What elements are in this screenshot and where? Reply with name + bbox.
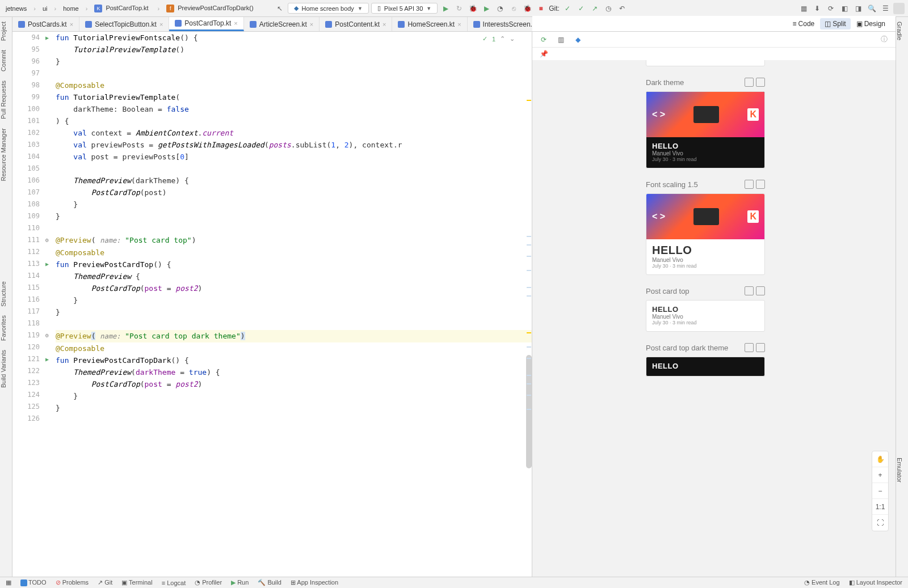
layout-inspector-icon[interactable]: ◧ <box>839 3 850 14</box>
tab-postcontent[interactable]: PostContent.kt× <box>320 17 392 31</box>
git-commit-icon[interactable]: ✓ <box>575 3 587 14</box>
sb-git[interactable]: ↗ Git <box>98 579 112 586</box>
error-stripe[interactable] <box>527 32 531 577</box>
zoom-out-icon[interactable]: − <box>872 483 888 499</box>
tab-articlescreen[interactable]: ArticleScreen.kt× <box>244 17 320 31</box>
crumb[interactable]: KPostCardTop.kt <box>92 3 153 14</box>
rail-build-variants[interactable]: Build Variants <box>0 345 7 392</box>
zoom-reset[interactable]: 1:1 <box>872 499 888 515</box>
zoom-fit-icon[interactable]: ⛶ <box>872 515 888 531</box>
deploy-preview-icon[interactable] <box>745 78 754 87</box>
sdk-manager-icon[interactable]: ⬇ <box>812 3 823 14</box>
interactive-preview-icon[interactable] <box>756 180 765 189</box>
interactive-preview-icon[interactable] <box>756 286 765 295</box>
crumb[interactable]: fPreviewPostCardTopDark() <box>164 3 258 14</box>
attach-icon[interactable]: 🐞 <box>522 3 533 14</box>
run-icon[interactable]: ▶ <box>440 3 451 14</box>
rail-emulator[interactable]: Emulator <box>896 453 903 487</box>
back-icon[interactable]: ↖ <box>274 3 285 14</box>
preview-label: Dark theme <box>646 78 765 87</box>
deploy-preview-icon[interactable] <box>745 180 754 189</box>
crumb[interactable]: home <box>61 4 81 13</box>
attach-debugger-icon[interactable]: ⎋ <box>508 3 519 14</box>
deploy-preview-icon[interactable] <box>745 343 754 352</box>
close-icon[interactable]: × <box>310 21 313 28</box>
rail-pull-requests[interactable]: Pull Requests <box>0 76 7 124</box>
view-design-button[interactable]: ▣Design <box>852 18 890 29</box>
preview-card[interactable]: < >KHELLOManuel VivoJuly 30 · 3 min read <box>646 193 765 275</box>
rollback-icon[interactable]: ↶ <box>616 3 628 14</box>
avatar-icon[interactable] <box>893 3 905 14</box>
preview-card[interactable]: HELLO <box>646 357 765 377</box>
preview-canvas[interactable]: Manuel Vivo July 30 · 3 min read Dark th… <box>532 60 896 577</box>
sb-terminal[interactable]: ▣ Terminal <box>121 579 152 586</box>
sb-logcat[interactable]: ≡ Logcat <box>162 579 186 586</box>
sb-run[interactable]: ▶ Run <box>231 579 249 586</box>
sb-problems[interactable]: ⊘ Problems <box>56 579 89 586</box>
rail-commit[interactable]: Commit <box>0 45 7 76</box>
rail-project[interactable]: Project <box>0 17 7 45</box>
sb-todo[interactable]: TODO <box>20 579 47 586</box>
rail-favorites[interactable]: Favorites <box>0 311 7 345</box>
preview-card[interactable]: < >KHELLOManuel VivoJuly 30 · 3 min read <box>646 91 765 168</box>
device-selector[interactable]: ▯ Pixel 5 API 30▼ <box>371 3 438 14</box>
close-icon[interactable]: × <box>382 21 386 28</box>
chevron-up-icon[interactable]: ⌃ <box>500 35 505 43</box>
sb-windows-icon[interactable]: ▦ <box>6 579 11 586</box>
code-editor[interactable]: ✓1 ⌃ ⌄ 94▶959697989910010110210310410510… <box>12 32 532 577</box>
sb-profiler[interactable]: ◔ Profiler <box>195 579 222 586</box>
interactive-preview-icon[interactable] <box>756 78 765 87</box>
run-config-selector[interactable]: ◆ Home screen body▼ <box>288 3 369 14</box>
git-update-icon[interactable]: ✓ <box>562 3 573 14</box>
breadcrumb[interactable]: jetnews› ui› home› KPostCardTop.kt› fPre… <box>3 3 258 14</box>
stop-icon[interactable]: ■ <box>535 3 547 14</box>
zoom-in-icon[interactable]: + <box>872 467 888 483</box>
view-code-button[interactable]: ≡Code <box>788 18 819 29</box>
search-icon[interactable]: 🔍 <box>866 3 877 14</box>
sb-eventlog[interactable]: ◔ Event Log <box>804 579 840 586</box>
interactive-preview-icon[interactable] <box>756 343 765 352</box>
sync-icon[interactable]: ⟳ <box>825 3 836 14</box>
avd-manager-icon[interactable]: ▦ <box>798 3 809 14</box>
preview-card[interactable]: Manuel Vivo July 30 · 3 min read <box>646 60 765 66</box>
rail-structure[interactable]: Structure <box>0 277 7 311</box>
close-icon[interactable]: × <box>234 20 237 27</box>
tab-postcards[interactable]: PostCards.kt× <box>12 17 79 31</box>
profile-icon[interactable]: ◔ <box>494 3 506 14</box>
coverage-icon[interactable]: ▶ <box>481 3 492 14</box>
tab-homescreen[interactable]: HomeScreen.kt× <box>392 17 467 31</box>
layers-icon[interactable]: ◆ <box>572 34 583 45</box>
apply-changes-icon[interactable]: ↻ <box>453 3 465 14</box>
deploy-preview-icon[interactable] <box>745 286 754 295</box>
line-gutter[interactable]: 94▶9596979899100101102103104105106107108… <box>12 32 56 577</box>
preview-label: Font scaling 1.5 <box>646 180 765 189</box>
refresh-icon[interactable]: ⟳ <box>538 34 549 45</box>
chevron-down-icon[interactable]: ⌄ <box>510 35 515 43</box>
warnings-icon[interactable]: ⓘ <box>878 34 890 45</box>
resource-icon[interactable]: ◨ <box>852 3 864 14</box>
close-icon[interactable]: × <box>159 21 163 28</box>
kotlin-file-icon <box>473 21 480 28</box>
rail-gradle[interactable]: Gradle <box>896 17 903 45</box>
sb-layoutinsp[interactable]: ◧ Layout Inspector <box>849 579 902 586</box>
pan-icon[interactable]: ✋ <box>872 451 888 467</box>
crumb[interactable]: jetnews <box>3 4 29 13</box>
settings-icon[interactable]: ☰ <box>880 3 891 14</box>
view-split-button[interactable]: ◫Split <box>820 18 850 29</box>
sb-appinsp[interactable]: ⊞ App Inspection <box>291 579 338 586</box>
inspection-widget[interactable]: ✓1 ⌃ ⌄ <box>482 35 515 43</box>
tab-postcardtop[interactable]: PostCardTop.kt× <box>169 17 243 31</box>
pin-icon[interactable]: 📌 <box>538 48 549 60</box>
code-area[interactable]: fun TutorialPreviewFontscale() { Tutoria… <box>56 32 532 577</box>
crumb[interactable]: ui <box>40 4 50 13</box>
sb-build[interactable]: 🔨 Build <box>258 579 281 586</box>
tab-selecttopic[interactable]: SelectTopicButton.kt× <box>79 17 169 31</box>
debug-icon[interactable]: 🐞 <box>467 3 478 14</box>
interactive-icon[interactable]: ▥ <box>555 34 566 45</box>
rail-resource-manager[interactable]: Resource Manager <box>0 124 7 186</box>
close-icon[interactable]: × <box>70 21 73 28</box>
history-icon[interactable]: ◷ <box>603 3 614 14</box>
git-push-icon[interactable]: ↗ <box>589 3 600 14</box>
close-icon[interactable]: × <box>457 21 461 28</box>
preview-card[interactable]: HELLOManuel VivoJuly 30 · 3 min read <box>646 300 765 332</box>
